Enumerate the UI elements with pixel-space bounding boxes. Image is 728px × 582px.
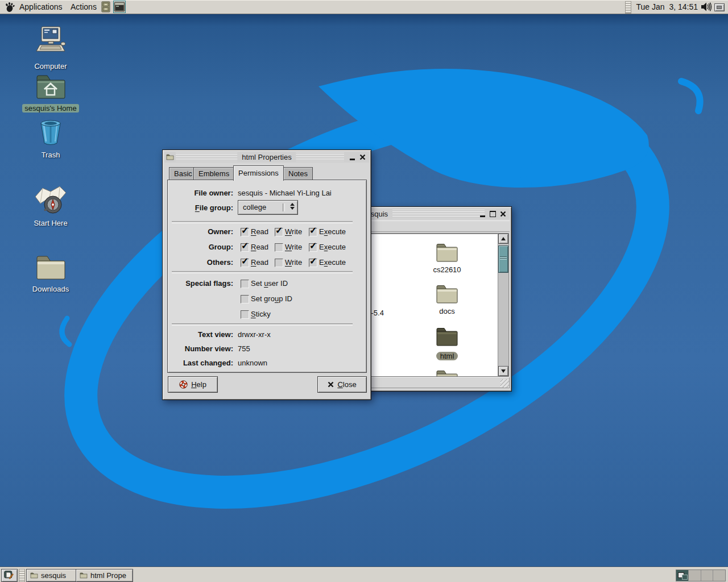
checkbox-label-write[interactable]: Write [285, 258, 302, 267]
task-button-sesquis[interactable]: sesquis [26, 569, 82, 582]
desktop-icon-label: Trash [39, 151, 63, 159]
computer-icon [33, 26, 68, 58]
help-button-label: Help [191, 380, 206, 389]
checkbox-label-read[interactable]: Read [251, 258, 268, 267]
checkbox-set-group-id[interactable] [241, 295, 249, 304]
downloads-folder-icon [35, 255, 67, 281]
vertical-scrollbar[interactable] [498, 233, 509, 377]
thumb-ridges [500, 256, 507, 260]
file-manager-launcher-icon[interactable] [100, 1, 111, 13]
panel-handle[interactable] [625, 1, 631, 14]
minimize-button[interactable] [348, 153, 357, 161]
workspace-1[interactable] [676, 570, 689, 581]
desktop: Computer sesquis's Home Trash [0, 0, 728, 582]
checkbox-label-set-user-id[interactable]: Set user ID [251, 279, 288, 288]
desktop-icon-computer[interactable]: Computer [18, 26, 84, 71]
desktop-icon-label: Computer [32, 62, 69, 70]
checkbox-others-write[interactable] [275, 259, 283, 267]
checkbox-label-read[interactable]: Read [251, 227, 268, 236]
help-lifebuoy-icon [179, 380, 188, 389]
desktop-icon-home[interactable]: sesquis's Home [18, 74, 84, 113]
close-icon [500, 211, 506, 217]
desktop-icon-downloads[interactable]: Downloads [18, 255, 84, 294]
resize-grip[interactable] [500, 379, 509, 388]
checkbox-label-execute[interactable]: Execute [319, 227, 346, 236]
checkbox-owner-read[interactable] [241, 228, 249, 236]
workspace-2[interactable] [689, 570, 701, 581]
list-item[interactable]: docs [414, 284, 480, 315]
dialog-titlebar[interactable]: html Properties [164, 152, 369, 163]
last-changed-label: Last changed: [168, 359, 233, 367]
workspace-3[interactable] [701, 570, 714, 581]
checkbox-set-user-id[interactable] [241, 280, 249, 288]
desktop-icon-start-here[interactable]: Start Here [18, 185, 84, 228]
folder-icon [435, 284, 459, 305]
close-button[interactable]: Close [317, 376, 367, 393]
task-button-label: html Prope [90, 571, 126, 580]
tab-emblems[interactable]: Emblems [193, 167, 234, 180]
top-panel: Applications Actions Tue Jan 3, 14:51 [0, 0, 728, 14]
file-group-dropdown[interactable]: college [238, 200, 298, 215]
properties-dialog: html Properties Basic Emblems Permission… [162, 149, 371, 400]
checkbox-label-set-group-id[interactable]: Set group ID [251, 294, 292, 303]
list-item-selected[interactable]: html [414, 327, 480, 361]
trash-icon [36, 118, 65, 147]
volume-icon[interactable] [700, 2, 712, 12]
scroll-down-button[interactable] [498, 366, 508, 376]
menu-actions[interactable]: Actions [71, 0, 97, 14]
spinner-arrows-icon [290, 203, 295, 210]
checkbox-owner-write[interactable] [275, 228, 283, 236]
tab-notes[interactable]: Notes [283, 167, 313, 180]
gnome-foot-icon[interactable] [4, 2, 15, 13]
bottom-panel: sesquis html Prope [0, 567, 728, 582]
terminal-launcher-icon[interactable] [114, 1, 125, 13]
checkbox-sticky[interactable] [241, 310, 249, 319]
separator [172, 323, 353, 326]
item-label: docs [414, 307, 480, 315]
checkbox-label-execute[interactable]: Execute [319, 258, 346, 267]
item-label: html [436, 352, 458, 360]
show-desktop-button[interactable] [1, 569, 18, 582]
checkbox-label-sticky[interactable]: Sticky [251, 310, 271, 318]
checkbox-label-write[interactable]: Write [285, 243, 302, 251]
close-button[interactable] [358, 153, 367, 161]
folder-icon [166, 154, 174, 160]
clock-applet[interactable]: Tue Jan 3, 14:51 [636, 0, 698, 14]
number-view-value: 755 [238, 344, 250, 353]
row-label: Owner: [168, 227, 233, 236]
list-item[interactable] [414, 369, 480, 377]
desktop-icon-trash[interactable]: Trash [18, 118, 84, 160]
taskbar-handle[interactable] [19, 569, 25, 582]
folder-icon [435, 369, 459, 377]
maximize-button[interactable] [488, 210, 497, 218]
tab-permissions[interactable]: Permissions [233, 165, 284, 181]
item-label: cs22610 [414, 265, 480, 274]
checkbox-group-read[interactable] [241, 243, 249, 252]
checkbox-label-write[interactable]: Write [285, 227, 302, 236]
arrow-up-icon [501, 237, 506, 240]
checkbox-others-read[interactable] [241, 259, 249, 267]
permission-row-others: Others: Read Write Execute [168, 257, 366, 267]
scroll-up-button[interactable] [498, 234, 508, 244]
task-button-html-properties[interactable]: html Prope [76, 569, 133, 582]
row-label: Others: [168, 258, 233, 267]
checkbox-owner-execute[interactable] [309, 228, 317, 236]
file-group-label: File group: [168, 203, 233, 212]
desktop-notes-icon [4, 571, 14, 579]
checkbox-others-execute[interactable] [309, 259, 317, 267]
checkbox-group-write[interactable] [275, 243, 283, 252]
desktop-icon-label: Start Here [31, 219, 69, 227]
checkbox-group-execute[interactable] [309, 243, 317, 252]
checkbox-label-execute[interactable]: Execute [319, 243, 346, 251]
help-button[interactable]: Help [168, 376, 218, 393]
folder-icon [30, 572, 38, 579]
scrollbar-thumb[interactable] [498, 246, 508, 273]
checkbox-label-read[interactable]: Read [251, 243, 268, 251]
close-button[interactable] [498, 210, 507, 218]
menu-applications[interactable]: Applications [19, 0, 63, 14]
tray-icon[interactable] [714, 3, 725, 11]
arrow-down-icon [501, 369, 506, 373]
list-item[interactable]: cs22610 [414, 243, 480, 274]
minimize-button[interactable] [478, 210, 487, 218]
workspace-4[interactable] [713, 570, 725, 581]
